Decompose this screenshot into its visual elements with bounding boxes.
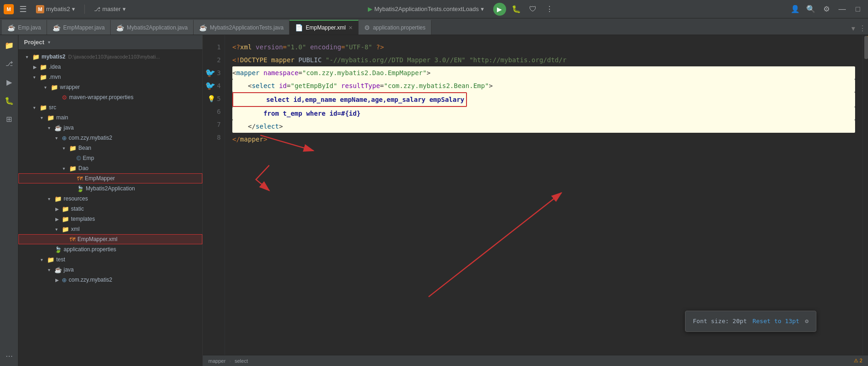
tree-item-main[interactable]: ▾ 📁 main <box>18 112 202 123</box>
code-text: id <box>279 79 287 92</box>
tree-item-idea[interactable]: ▶ 📁 .idea <box>18 62 202 72</box>
tree-item-xml[interactable]: ▾ 📁 xml <box>18 224 202 234</box>
tab-emp-java[interactable]: ☕ Emp.java <box>2 20 47 35</box>
run-lt-icon[interactable]: ▶ <box>3 76 16 89</box>
editor-scrollbar[interactable] <box>862 35 868 355</box>
code-text: ?> <box>376 41 384 53</box>
tree-expand-icon: ▾ <box>63 166 68 171</box>
tree-label: java <box>64 266 74 273</box>
tab-app-properties[interactable]: ⚙ application.properties <box>359 20 431 35</box>
sidebar-header: Project ▾ <box>18 35 202 50</box>
font-reset-link[interactable]: Reset to 13pt <box>752 315 799 328</box>
debug-button[interactable]: 🐛 <box>510 3 523 16</box>
tree-item-java1[interactable]: ▾ ☕ java <box>18 123 202 133</box>
structure-icon[interactable]: ⊞ <box>3 112 16 125</box>
vcs-icon[interactable]: ⎇ <box>3 57 16 70</box>
tab-mybatis2-app-java[interactable]: ☕ Mybatis2Application.java <box>111 20 194 35</box>
project-selector[interactable]: M mybatis2 ▾ <box>32 4 79 14</box>
code-line-6: from t_emp where id=#{id} <box>232 107 855 120</box>
tree-item-wrapper[interactable]: ▾ 📁 wrapper <box>18 82 202 92</box>
code-text: PUBLIC <box>295 53 325 66</box>
tree-expand-icon: ▾ <box>44 85 50 90</box>
branch-selector[interactable]: ⎇ master ▾ <box>90 5 130 13</box>
font-size-tooltip: Font size: 20pt Reset to 13pt ⚙ <box>685 311 816 332</box>
code-text: > <box>426 66 430 79</box>
tab-emp-mapper-xml[interactable]: 📄 EmpMapper.xml ✕ <box>289 20 359 35</box>
branch-icon: ⎇ <box>94 6 100 12</box>
tab-java-icon: ☕ <box>7 24 15 31</box>
tab-more-button[interactable]: ⋮ <box>857 22 868 35</box>
code-line-3: <mapper namespace="com.zzy.mybatis2.Dao.… <box>232 66 855 79</box>
tab-label: application.properties <box>373 24 425 31</box>
debug-lt-icon[interactable]: 🐛 <box>3 94 16 107</box>
tree-item-app-properties[interactable]: 🍃 application.properties <box>18 244 202 254</box>
tree-item-emp-mapper-java[interactable]: 🗺 EmpMapper <box>18 173 202 183</box>
tree-expand-icon: ▾ <box>41 115 46 120</box>
line-num-5: 💡5 <box>203 92 221 105</box>
tree-item-test[interactable]: ▾ 📁 test <box>18 254 202 265</box>
tree-item-emp-mapper-xml[interactable]: 🗺 EmpMapper.xml <box>18 234 202 244</box>
code-text: mapper <box>236 66 260 79</box>
folder-icon[interactable]: 📁 <box>3 39 16 52</box>
maximize-button[interactable]: □ <box>851 3 864 16</box>
tree-item-bean[interactable]: ▾ 📁 Bean <box>18 143 202 153</box>
tree-item-maven-wrapper[interactable]: ⚙ maven-wrapper.properties <box>18 92 202 102</box>
tab-emp-mapper-java[interactable]: ☕ EmpMapper.java <box>47 20 111 35</box>
tab-label: Mybatis2ApplicationTests.java <box>210 24 283 31</box>
tab-close-icon[interactable]: ✕ <box>348 25 353 31</box>
tree-item-dao[interactable]: ▾ 📁 Dao <box>18 163 202 173</box>
main-content: 📁 ⎇ ▶ 🐛 ⊞ ⋯ Project ▾ ▾ 📁 mybatis2 D:\ja… <box>0 35 868 366</box>
tree-label: Dao <box>78 165 89 171</box>
tree-expand-icon: ▶ <box>55 277 61 283</box>
sidebar-dropdown-icon[interactable]: ▾ <box>48 40 50 45</box>
coverage-button[interactable]: 🛡 <box>526 3 539 16</box>
tree-item-src[interactable]: ▾ 📁 src <box>18 102 202 112</box>
tree-label: .mvn <box>49 74 61 80</box>
tab-label: Emp.java <box>18 24 41 31</box>
tab-list-dropdown[interactable]: ▾ <box>850 22 857 35</box>
code-line-8: </mapper> <box>232 133 855 146</box>
more-lt-icon[interactable]: ⋯ <box>3 349 16 362</box>
run-configuration[interactable]: ▶ Mybatis2ApplicationTests.contextLoads … <box>362 5 490 13</box>
code-text <box>306 41 310 53</box>
profile-button[interactable]: 👤 <box>789 3 802 16</box>
scrollbar-thumb[interactable] <box>864 36 868 59</box>
tree-item-package2[interactable]: ▶ ⊕ com.zzy.mybatis2 <box>18 275 202 285</box>
search-button[interactable]: 🔍 <box>804 3 817 16</box>
folder-icon: 📁 <box>62 216 69 223</box>
search-icon: 🔍 <box>806 5 815 13</box>
line-num-2: 2 <box>203 53 221 66</box>
status-right: ⚠ 2 <box>854 358 862 364</box>
minimize-button[interactable]: — <box>836 3 849 16</box>
tree-item-mvn[interactable]: ▾ 📁 .mvn <box>18 72 202 82</box>
tree-item-mybatis2[interactable]: ▾ 📁 mybatis2 D:\javacode1103\javacode110… <box>18 52 202 62</box>
sql-select-box: select id,emp_name empName,age,emp_salar… <box>232 92 467 107</box>
settings-button[interactable]: ⚙ <box>820 3 833 16</box>
tree-item-static[interactable]: ▶ 📁 static <box>18 204 202 214</box>
font-settings-icon[interactable]: ⚙ <box>805 315 809 328</box>
tree-label: EmpMapper.xml <box>77 236 118 242</box>
tab-java-icon: ☕ <box>53 24 60 31</box>
tree-item-package[interactable]: ▾ ⊕ com.zzy.mybatis2 <box>18 133 202 143</box>
tab-mybatis2-app-tests[interactable]: ☕ Mybatis2ApplicationTests.java <box>194 20 289 35</box>
tree-item-mybatis2-app[interactable]: 🍃 Mybatis2Application <box>18 183 202 194</box>
menu-icon[interactable]: ☰ <box>18 2 29 16</box>
sidebar-title: Project <box>24 39 44 46</box>
more-run-button[interactable]: ⋮ <box>543 3 556 16</box>
line-num-7: 7 <box>203 118 221 131</box>
tree-item-templates[interactable]: ▶ 📁 templates <box>18 214 202 224</box>
folder-icon: 📁 <box>69 165 77 172</box>
folder-icon: 📁 <box>54 195 62 202</box>
code-text: <? <box>232 41 240 53</box>
folder-icon: 📁 <box>40 104 47 111</box>
breadcrumb-select: select <box>235 358 248 364</box>
code-line-1: <?xml version="1.0" encoding="UTF-8" ?> <box>232 41 855 53</box>
tree-item-emp[interactable]: © Emp <box>18 153 202 163</box>
tree-item-resources[interactable]: ▾ 📁 resources <box>18 194 202 204</box>
tree-label: com.zzy.mybatis2 <box>69 135 112 141</box>
code-text <box>252 41 255 53</box>
run-button[interactable]: ▶ <box>493 3 506 16</box>
code-editor[interactable]: <?xml version="1.0" encoding="UTF-8" ?> … <box>225 35 862 355</box>
tree-item-java2[interactable]: ▾ ☕ java <box>18 265 202 275</box>
code-text: > <box>279 120 283 133</box>
